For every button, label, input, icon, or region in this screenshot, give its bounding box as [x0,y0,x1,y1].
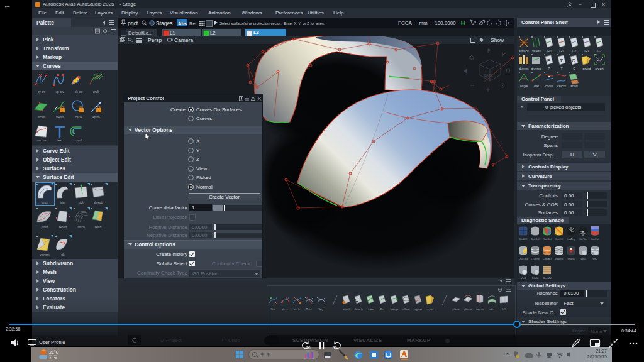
svg-text:crvcvt: crvcvt [595,67,604,70]
svg-text:ShdOff: ShdOff [519,238,528,241]
svg-text:sfrmcv: sfrmcv [519,49,529,53]
svg-text:srfsrf: srfsrf [570,84,578,88]
svg-text:stch: stch [79,201,84,204]
svg-text:C: C [572,58,575,63]
svg-text:crvoff: crvoff [75,139,82,142]
svg-text:FileSt: FileSt [532,277,540,280]
svg-text:Vis1: Vis1 [580,257,586,260]
svg-text:vsedit: vsedit [532,49,541,53]
svg-text:G3: G3 [585,49,589,53]
svg-text:G2: G2 [597,49,602,53]
svg-text:LTunne: LTunne [531,257,540,260]
svg-text:VRED: VRED [567,257,575,260]
svg-text:ep crv: ep crv [55,90,64,94]
svg-text:circle: circle [75,116,82,119]
svg-text:21°C: 21°C [49,350,59,354]
svg-text:sk crv: sk crv [75,90,83,94]
svg-text:rtb: rtb [61,253,65,256]
svg-text:crvcrv: crvcrv [557,84,566,88]
svg-text:blend: blend [56,116,64,119]
svg-text:MulCol: MulCol [531,238,539,241]
svg-text:nw cos: nw cos [37,139,47,142]
svg-text:crvfil: crvfil [93,90,99,94]
svg-text:dist: dist [534,84,540,88]
svg-text:IsoAng: IsoAng [567,238,575,241]
svg-text:sh sub: sh sub [94,201,103,204]
svg-text:P: P [548,67,550,70]
svg-text:HorVer: HorVer [579,238,587,241]
svg-text:dynsec: dynsec [531,67,542,70]
svg-text:vismrm: vismrm [40,253,49,256]
svg-text:P: P [547,58,551,63]
svg-text:crvsrf: crvsrf [545,84,553,88]
svg-text:rebsrf: rebsrf [59,226,67,229]
svg-text:CurEvl: CurEvl [555,238,564,241]
svg-text:Isopho: Isopho [555,257,564,260]
svg-text:Vis3: Vis3 [521,277,526,280]
svg-text:C: C [573,67,575,70]
svg-text:G2: G2 [572,49,577,53]
svg-text:BoxMd: BoxMd [543,277,552,280]
svg-text:G1: G1 [560,49,564,53]
svg-text:cv crv: cv crv [38,90,46,94]
svg-text:30: 30 [332,346,337,350]
svg-text:SurEvl: SurEvl [591,238,599,241]
svg-text:T: T [560,58,563,63]
svg-text:dymns: dymns [519,67,529,70]
svg-text:relsrf: relsrf [95,226,102,229]
svg-text:ClayAO: ClayAO [543,257,552,260]
svg-text:kptbs: kptbs [92,116,100,119]
svg-text:10: 10 [306,346,311,350]
svg-text:qryed: qryed [583,67,591,70]
svg-text:G0: G0 [547,49,552,53]
svg-text:text: text [57,139,62,142]
svg-text:Vis2: Vis2 [592,257,598,260]
svg-text:RanCol: RanCol [543,238,552,241]
svg-text:fitscn: fitscn [77,226,85,229]
svg-text:T: T [560,67,563,70]
svg-text:trim: trim [60,201,65,204]
svg-text:UseTex: UseTex [519,257,528,260]
svg-text:fllctrln: fllctrln [38,116,46,119]
svg-text:pltsrf: pltsrf [42,226,48,229]
svg-text:angle: angle [520,84,528,88]
svg-text:BACK: BACK [484,74,493,77]
svg-text:prjct: prjct [42,201,48,204]
